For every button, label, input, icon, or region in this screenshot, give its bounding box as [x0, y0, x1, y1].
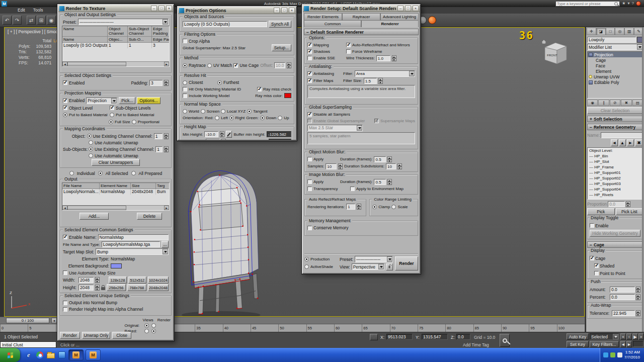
setup-button[interactable]: Setup...: [272, 44, 291, 51]
antialiasing-checkbox[interactable]: [307, 71, 312, 76]
list-item[interactable]: HP_Frame: [588, 164, 642, 170]
tab-motion-icon[interactable]: ◎: [615, 28, 624, 35]
tab-display-icon[interactable]: ▥: [624, 28, 634, 35]
make-unique-icon[interactable]: ⊘: [610, 100, 620, 106]
size-1024-button[interactable]: 1024x1024: [148, 277, 169, 284]
rendering-iterations-field[interactable]: 1: [346, 204, 355, 210]
point-to-point-checkbox[interactable]: [594, 271, 599, 276]
height-field[interactable]: 2048: [78, 285, 94, 291]
padding-spinner[interactable]: [164, 80, 169, 86]
viewcube[interactable]: FRONT: [541, 39, 570, 68]
tab-renderer[interactable]: Renderer: [361, 20, 419, 27]
menu-edit[interactable]: Edit: [14, 7, 29, 14]
render-to-texture-dialog[interactable]: Render To Texture – □ × Object and Outpu…: [57, 4, 174, 341]
size-256-button[interactable]: 256x256: [107, 284, 126, 291]
include-working-model-checkbox[interactable]: [183, 94, 187, 98]
chevron-down-icon[interactable]: [613, 334, 618, 339]
subobject-channel-spinner[interactable]: [164, 146, 169, 152]
list-item[interactable]: HP_Support04: [588, 187, 642, 192]
projection-modifier-dropdown[interactable]: Projection: [86, 98, 117, 104]
viewport-lock-icon[interactable]: [386, 263, 393, 270]
wire-thickness-field[interactable]: 1.0: [376, 55, 390, 61]
baked-views-radio[interactable]: [144, 329, 149, 333]
delete-output-button[interactable]: Delete: [137, 213, 162, 220]
media-player-icon[interactable]: [57, 350, 67, 360]
tab-raytracer[interactable]: Raytracer: [342, 13, 380, 20]
image-duration-field[interactable]: 0.5: [374, 179, 386, 185]
auto-map-size-checkbox[interactable]: [63, 270, 67, 275]
push-percent-field[interactable]: 0.0: [610, 294, 635, 300]
redo-icon[interactable]: ↷: [13, 16, 22, 25]
stack-item-face[interactable]: Face: [588, 63, 642, 68]
minimize-icon[interactable]: –: [397, 6, 404, 11]
output-normal-bump-checkbox[interactable]: [63, 301, 67, 305]
prev-key-icon[interactable]: ‹: [626, 333, 632, 340]
tab-advanced-lighting[interactable]: Advanced Lighting: [380, 13, 419, 20]
rendering-iterations-spinner[interactable]: [357, 204, 361, 210]
preset-dropdown[interactable]: -----------------: [355, 256, 393, 262]
size-2048-button[interactable]: 2048x2048: [148, 284, 169, 291]
screen-radio[interactable]: [201, 109, 205, 114]
world-radio[interactable]: [183, 109, 187, 114]
force-wireframe-checkbox[interactable]: [346, 49, 351, 54]
conserve-memory-checkbox[interactable]: [307, 226, 312, 230]
taskbar-3dsmax-button[interactable]: M: [86, 349, 101, 360]
proportion-spinner[interactable]: [626, 201, 630, 207]
rollout-default-scanline[interactable]: Default Scanline Renderer: [304, 29, 419, 35]
stack-item-editable-poly[interactable]: Editable Poly: [588, 79, 642, 85]
subobject-auto-unwrap-radio[interactable]: [89, 153, 93, 158]
ray-miss-check-checkbox[interactable]: [257, 87, 262, 92]
enabled-checkbox[interactable]: [63, 80, 67, 85]
dropdown-icon[interactable]: ▾: [628, 1, 630, 7]
tolerance-spinner[interactable]: [636, 310, 640, 316]
prev-button-icon[interactable]: ◄: [611, 139, 618, 146]
horizontal-scrollbar[interactable]: ◄ ►: [62, 61, 169, 66]
reference-geometry-list[interactable]: Object Level: HP_Bin HP_Slot HP_Frame HP…: [587, 147, 643, 200]
shadows-checkbox[interactable]: [307, 49, 312, 54]
add-time-tag[interactable]: Add Time Tag: [463, 342, 489, 347]
scroll-thumb[interactable]: [67, 206, 126, 210]
auto-key-button[interactable]: Auto Key: [567, 333, 589, 340]
target-map-slot-dropdown[interactable]: Bump: [96, 248, 169, 255]
element-name-field[interactable]: NormalsMap: [98, 234, 169, 240]
scroll-left-icon[interactable]: ◄: [62, 206, 67, 210]
communication-center-icon[interactable]: [636, 1, 641, 6]
subobject-channel-field[interactable]: 1: [155, 146, 163, 152]
dialog-titlebar[interactable]: Projection Options – □ ×: [178, 7, 296, 14]
modifier-enabled-icon[interactable]: [589, 75, 592, 78]
prev-frame-icon[interactable]: ◄: [51, 318, 57, 323]
subobject-use-existing-radio[interactable]: [89, 147, 93, 151]
tray-shield-icon[interactable]: [610, 352, 615, 357]
disable-all-samplers-checkbox[interactable]: [307, 112, 312, 117]
stack-item-projection[interactable]: Projection: [588, 52, 642, 57]
scroll-right-icon[interactable]: ►: [164, 206, 169, 210]
close-icon[interactable]: ×: [166, 6, 172, 11]
unlink-icon[interactable]: ⊞: [37, 16, 46, 25]
mapping-checkbox[interactable]: [307, 43, 312, 47]
shaded-checkbox[interactable]: [594, 263, 599, 268]
view-dropdown[interactable]: Perspective: [352, 263, 384, 270]
filter-size-spinner[interactable]: [378, 78, 383, 84]
selection-lock-icon[interactable]: [370, 334, 378, 340]
bind-spacewarp-icon[interactable]: ◉: [47, 16, 56, 25]
browse-button[interactable]: ...: [162, 241, 169, 248]
width-field[interactable]: 2048: [78, 277, 94, 283]
object-auto-unwrap-radio[interactable]: [89, 140, 93, 145]
scroll-left-icon[interactable]: ◄: [62, 62, 67, 66]
internet-explorer-icon[interactable]: e: [24, 350, 34, 360]
tab-hierarchy-icon[interactable]: □: [606, 28, 615, 35]
synch-all-button[interactable]: Synch All: [269, 21, 291, 28]
source-object-field[interactable]: Lowpoly (0 SO Outputs): [183, 21, 267, 27]
clear-unwrappers-button[interactable]: Clear Unwrappers: [92, 159, 140, 166]
stack-item-unwrap-uvw[interactable]: Unwrap UVW: [588, 74, 642, 79]
proportional-radio[interactable]: [132, 120, 136, 124]
scroll-thumb[interactable]: [67, 62, 126, 66]
height-spinner[interactable]: [95, 285, 100, 291]
menu-tools[interactable]: Tools: [30, 7, 47, 14]
image-duration-spinner[interactable]: [387, 179, 392, 185]
tray-volume-icon[interactable]: [617, 352, 622, 357]
size-768-button[interactable]: 768x768: [127, 284, 146, 291]
crop-alpha-checkbox[interactable]: [183, 39, 187, 43]
transparency-checkbox[interactable]: [307, 187, 312, 191]
min-height-field[interactable]: -10.0: [204, 131, 218, 137]
